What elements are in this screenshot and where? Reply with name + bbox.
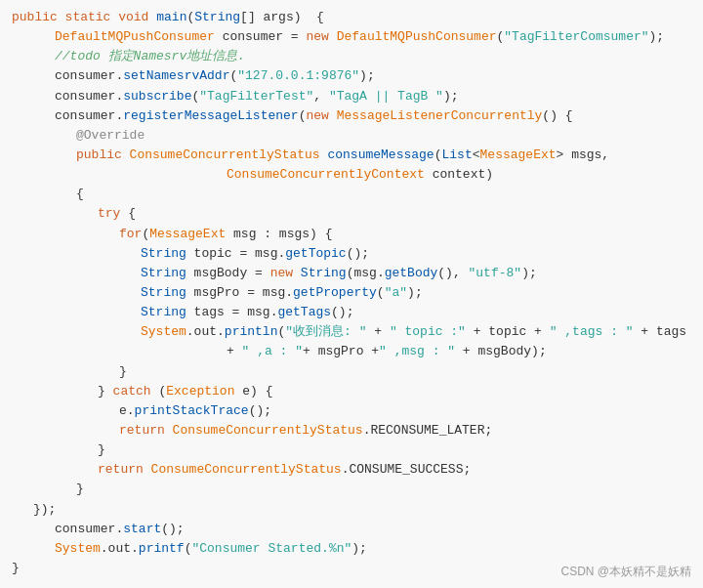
- token-plain: ();: [347, 244, 369, 264]
- token-str: " ,tags : ": [550, 322, 634, 342]
- token-plain: e) {: [234, 382, 272, 401]
- token-kw: static: [65, 8, 119, 27]
- token-str: "127.0.0.1:9876": [237, 66, 359, 86]
- token-plain: consumer =: [215, 27, 307, 47]
- token-cn: DefaultMQPushConsumer: [55, 27, 215, 47]
- token-plain: > msgs,: [557, 146, 610, 165]
- token-str: "收到消息: ": [285, 322, 366, 342]
- token-method: printStackTrace: [135, 401, 249, 421]
- token-plain: (: [186, 8, 194, 27]
- code-line: return ConsumeConcurrentlyStatus.RECONSU…: [0, 421, 703, 441]
- token-cn: DefaultMQPushConsumer: [337, 27, 497, 47]
- token-plain: tags = msg.: [186, 303, 278, 322]
- token-plain: (),: [437, 264, 468, 283]
- code-line: public ConsumeConcurrentlyStatus consume…: [0, 146, 703, 165]
- code-line: ConsumeConcurrentlyContext context): [0, 165, 703, 185]
- code-line: String tags = msg.getTags();: [0, 303, 703, 322]
- token-method: getBody: [385, 264, 438, 283]
- token-kw: return: [119, 421, 173, 441]
- token-plain: (: [299, 106, 307, 126]
- code-line: });: [0, 500, 703, 520]
- code-line: String msgPro = msg.getProperty("a");: [0, 283, 703, 303]
- token-plain: );: [443, 87, 459, 106]
- token-plain: consumer: [55, 520, 115, 539]
- token-plain: consumer: [55, 106, 115, 126]
- token-str: "TagFilterTest": [199, 87, 313, 106]
- token-plain: }: [98, 382, 113, 401]
- token-str: " ,msg : ": [379, 342, 455, 361]
- token-plain: {: [128, 204, 136, 224]
- token-type: String: [141, 283, 186, 303]
- token-plain: context): [425, 165, 493, 185]
- token-plain: [] args) {: [240, 8, 324, 27]
- token-plain: (: [229, 66, 237, 86]
- token-plain: }: [12, 559, 20, 578]
- token-plain: );: [352, 539, 367, 559]
- token-method: println: [225, 322, 278, 342]
- token-plain: msg : msgs) {: [226, 225, 332, 244]
- code-line: @Override: [0, 126, 703, 146]
- token-method: start: [123, 520, 161, 539]
- watermark: CSDN @本妖精不是妖精: [560, 564, 691, 580]
- code-line: consumer.subscribe("TagFilterTest", "Tag…: [0, 87, 703, 106]
- token-plain: consumer: [55, 87, 115, 106]
- token-cn: System: [141, 322, 186, 342]
- code-container: public static void main(String[] args) {…: [0, 0, 703, 588]
- token-plain: }: [76, 480, 84, 499]
- token-method: getProperty: [293, 283, 377, 303]
- token-plain: ();: [249, 401, 271, 421]
- token-plain: .: [115, 66, 123, 86]
- code-line: for(MessageExt msg : msgs) {: [0, 225, 703, 244]
- token-plain: ,: [313, 87, 329, 106]
- code-line: {: [0, 185, 703, 204]
- token-type: String: [301, 264, 347, 283]
- token-plain: + tags: [634, 322, 687, 342]
- code-line: } catch (Exception e) {: [0, 382, 703, 401]
- token-plain: );: [521, 264, 537, 283]
- token-str: "a": [385, 283, 407, 303]
- token-kw: new: [306, 27, 336, 47]
- token-plain: (: [434, 146, 442, 165]
- code-lines: public static void main(String[] args) {…: [0, 8, 703, 578]
- token-plain: (: [142, 225, 149, 244]
- token-str: "TagFilterComsumer": [504, 27, 648, 47]
- token-plain: .out.: [186, 322, 225, 342]
- token-plain: .: [115, 520, 123, 539]
- token-method: printf: [139, 539, 185, 559]
- token-str: " topic :": [390, 322, 466, 342]
- token-plain: );: [359, 66, 375, 86]
- token-method: registerMessageListener: [123, 106, 298, 126]
- code-line: }: [0, 441, 703, 460]
- code-line: System.out.printf("Consumer Started.%n")…: [0, 539, 703, 559]
- token-plain: consumer: [55, 66, 115, 86]
- token-cn: System: [55, 539, 101, 559]
- token-str: "Consumer Started.%n": [191, 539, 352, 559]
- token-type: List: [442, 146, 473, 165]
- token-plain: (: [497, 27, 505, 47]
- token-str: "TagA || TagB ": [329, 87, 443, 106]
- token-plain: e.: [119, 401, 135, 421]
- token-kw: void: [118, 8, 156, 27]
- token-plain: msgBody =: [186, 264, 270, 283]
- token-kw: try: [98, 204, 128, 224]
- token-kw: new: [270, 264, 301, 283]
- token-type: String: [141, 303, 186, 322]
- token-cn: MessageExt: [149, 225, 226, 244]
- code-line: String topic = msg.getTopic();: [0, 244, 703, 264]
- token-method: getTopic: [285, 244, 346, 264]
- token-kw: for: [119, 225, 142, 244]
- token-cn: Exception: [166, 382, 234, 401]
- token-method: subscribe: [123, 87, 191, 106]
- token-plain: +: [227, 342, 242, 361]
- token-cn: MessageExt: [480, 146, 557, 165]
- token-plain: ();: [161, 520, 184, 539]
- token-plain: ();: [331, 303, 353, 322]
- token-plain: .out.: [101, 539, 139, 559]
- code-line: consumer.registerMessageListener(new Mes…: [0, 106, 703, 126]
- token-type: String: [194, 8, 240, 27]
- code-line: }: [0, 480, 703, 499]
- token-plain: {: [76, 185, 84, 204]
- code-line: }: [0, 362, 703, 382]
- token-cn: ConsumeConcurrentlyStatus: [173, 421, 363, 441]
- code-line: e.printStackTrace();: [0, 401, 703, 421]
